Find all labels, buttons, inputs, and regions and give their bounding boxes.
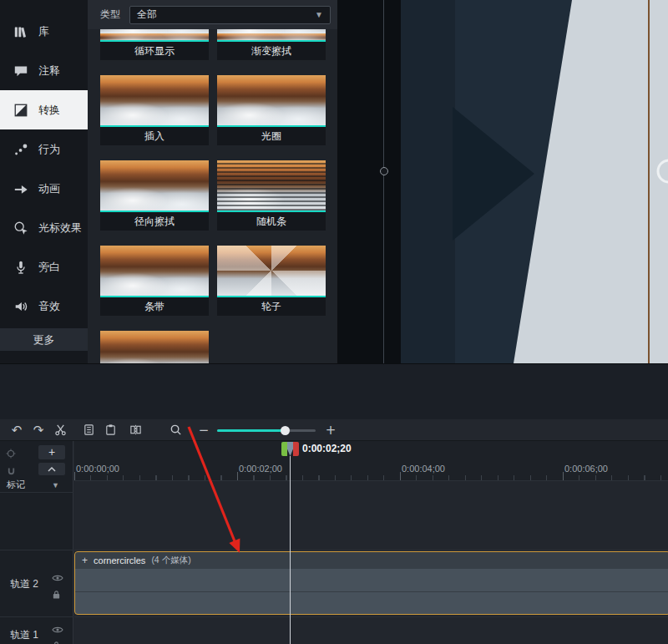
ruler-label: 0:00:00;00 bbox=[76, 464, 119, 474]
sidebar-item-annotations[interactable]: 注释 bbox=[0, 51, 88, 90]
sidebar-item-label: 旁白 bbox=[38, 260, 60, 275]
lock-icon[interactable] bbox=[52, 639, 61, 644]
ruler-label: 0:00:02;00 bbox=[239, 464, 282, 474]
sidebar-item-label: 注释 bbox=[38, 63, 60, 79]
zoom-slider-fill bbox=[217, 429, 285, 432]
timeline-left-gutter: + 标记 ▼ 轨道 2 轨道 1 bbox=[0, 441, 73, 644]
playhead-line[interactable] bbox=[290, 456, 291, 644]
library-icon bbox=[13, 23, 29, 40]
sidebar-item-library[interactable]: 库 bbox=[0, 12, 88, 51]
ruler-major-tick bbox=[400, 472, 401, 480]
cut-button[interactable] bbox=[50, 422, 70, 439]
transition-card[interactable]: 光圈 bbox=[217, 75, 326, 145]
sidebar-item-transitions[interactable]: 转换 bbox=[0, 90, 88, 129]
ruler-label: 0:00:06;00 bbox=[564, 464, 608, 474]
transition-label: 轮子 bbox=[217, 297, 326, 316]
add-track-button[interactable]: + bbox=[38, 445, 65, 459]
transition-card[interactable]: 插入 bbox=[100, 75, 209, 145]
chevron-down-icon[interactable]: ▼ bbox=[52, 481, 59, 489]
zoom-slider[interactable] bbox=[217, 422, 316, 439]
transition-preview-image bbox=[100, 160, 209, 212]
transition-card[interactable]: 随机条 bbox=[217, 160, 326, 231]
timeline-body: 0:00:00;00 0:00:02;00 0:00:04;00 0:00:06… bbox=[74, 441, 668, 644]
timeline-clip-cornercircles[interactable]: + cornercircles (4 个媒体) bbox=[74, 551, 668, 615]
sidebar-item-narration[interactable]: 旁白 bbox=[0, 247, 88, 287]
sidebar-item-behaviors[interactable]: 行为 bbox=[0, 129, 88, 169]
clip-name: cornercircles bbox=[94, 555, 145, 565]
transition-label: 条带 bbox=[100, 297, 209, 316]
sidebar-item-label: 动画 bbox=[38, 181, 60, 196]
behaviors-icon bbox=[13, 141, 29, 158]
annotation-icon bbox=[13, 63, 29, 79]
redo-button[interactable]: ↷ bbox=[28, 422, 48, 439]
track-2-name: 轨道 2 bbox=[10, 577, 38, 591]
transition-card[interactable]: 渐变擦拭 bbox=[217, 29, 326, 60]
transition-card[interactable]: 轮子 bbox=[217, 246, 326, 316]
ruler-major-tick bbox=[237, 472, 238, 480]
split-button[interactable] bbox=[125, 422, 145, 439]
track-1-name: 轨道 1 bbox=[10, 628, 38, 642]
transition-card[interactable]: 径向擦拭 bbox=[100, 160, 209, 231]
transition-card[interactable] bbox=[100, 331, 209, 363]
zoom-in-button[interactable]: + bbox=[321, 422, 341, 439]
tracks-area[interactable]: + cornercircles (4 个媒体) bbox=[74, 481, 668, 644]
timeline-ruler[interactable]: 0:00:00;00 0:00:02;00 0:00:04;00 0:00:06… bbox=[74, 459, 668, 481]
sidebar-item-cursor-effects[interactable]: 光标效果 bbox=[0, 208, 88, 247]
ruler-ticks bbox=[74, 475, 668, 480]
transitions-grid: 循环显示 渐变擦拭 插入 光圈 径向擦拭 随机条 bbox=[88, 29, 338, 363]
playhead-in-handle[interactable] bbox=[281, 442, 287, 456]
eye-icon[interactable] bbox=[52, 570, 63, 586]
transition-preview-image bbox=[217, 29, 326, 42]
transition-label: 随机条 bbox=[217, 212, 326, 231]
eye-icon[interactable] bbox=[52, 622, 63, 637]
playhead-time: 0:00:02;20 bbox=[302, 443, 352, 454]
zoom-icon[interactable] bbox=[165, 422, 185, 439]
clip-header: + cornercircles (4 个媒体) bbox=[75, 552, 668, 569]
markers-row: 标记 ▼ bbox=[0, 478, 73, 493]
clip-group-expand-icon[interactable]: + bbox=[82, 555, 88, 566]
collapse-tracks-button[interactable] bbox=[38, 463, 65, 475]
sidebar-item-more[interactable]: 更多 bbox=[0, 328, 88, 351]
copy-button[interactable] bbox=[78, 422, 99, 439]
track-divider bbox=[74, 550, 668, 550]
zoom-out-button[interactable]: − bbox=[194, 422, 214, 439]
lock-icon[interactable] bbox=[52, 588, 61, 603]
zoom-slider-knob[interactable] bbox=[281, 426, 290, 435]
scrubber-zone[interactable] bbox=[74, 441, 668, 459]
transition-preview-image bbox=[217, 246, 326, 297]
track-divider bbox=[0, 550, 73, 550]
sidebar-item-label: 行为 bbox=[38, 142, 60, 157]
timeline-toolbar: ↶ ↷ − + bbox=[0, 419, 668, 441]
audio-effects-icon bbox=[13, 298, 29, 315]
crosshair-icon[interactable] bbox=[6, 447, 16, 462]
playhead-center-handle[interactable] bbox=[287, 442, 293, 456]
transition-card[interactable]: 循环显示 bbox=[100, 29, 209, 60]
track-divider bbox=[0, 616, 73, 617]
type-dropdown[interactable]: 全部 ▼ bbox=[129, 6, 331, 24]
transition-card[interactable]: 条带 bbox=[100, 246, 209, 316]
transition-preview-image bbox=[100, 29, 209, 42]
paste-button[interactable] bbox=[100, 422, 120, 439]
tools-sidebar: 库 注释 转换 行为 动画 bbox=[0, 0, 88, 363]
transitions-panel: 类型 全部 ▼ 循环显示 渐变擦拭 插入 光圈 bbox=[88, 0, 338, 363]
undo-button[interactable]: ↶ bbox=[7, 422, 27, 439]
ruler-major-tick bbox=[74, 472, 75, 480]
ruler-major-tick bbox=[563, 472, 564, 480]
playhead-head[interactable] bbox=[281, 442, 299, 456]
canvas-guide-handle[interactable] bbox=[380, 167, 388, 175]
transition-label: 径向擦拭 bbox=[100, 212, 209, 231]
type-filter-bar: 类型 全部 ▼ bbox=[88, 0, 337, 29]
chevron-down-icon: ▼ bbox=[315, 10, 323, 19]
transitions-icon bbox=[13, 102, 29, 119]
transition-preview-image bbox=[100, 75, 209, 127]
video-canvas[interactable] bbox=[401, 0, 668, 363]
sidebar-item-animations[interactable]: 动画 bbox=[0, 169, 88, 208]
sidebar-item-label: 音效 bbox=[38, 299, 60, 314]
playhead-out-handle[interactable] bbox=[293, 442, 299, 456]
transition-preview-image bbox=[217, 75, 326, 127]
sidebar-item-audio-effects[interactable]: 音效 bbox=[0, 287, 88, 326]
ruler-label: 0:00:04;00 bbox=[402, 464, 445, 474]
narration-icon bbox=[13, 259, 29, 276]
cursor-effects-icon bbox=[13, 220, 29, 236]
preview-area bbox=[338, 0, 668, 363]
